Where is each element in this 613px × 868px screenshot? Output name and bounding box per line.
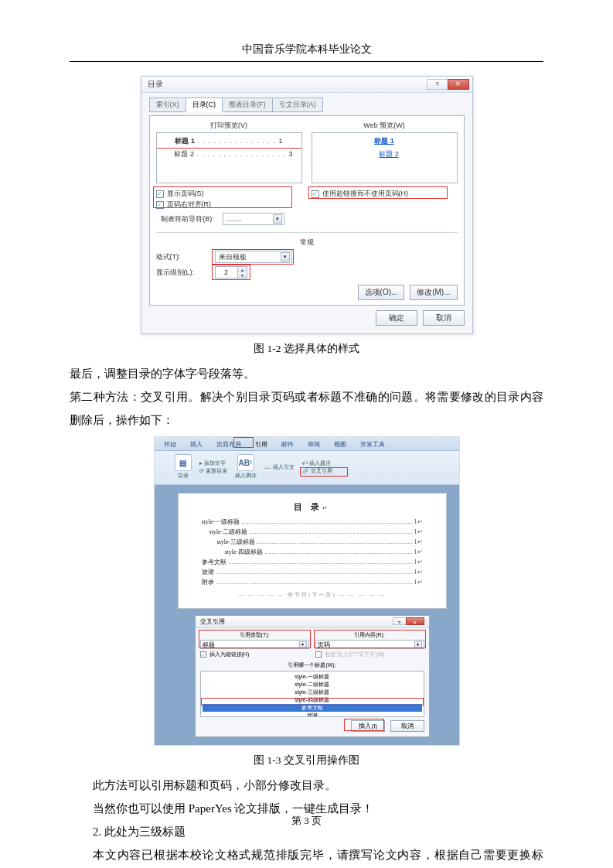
paragraph: 第二种方法：交叉引用。解决个别目录页码或者标题不准确的问题。将需要修改的目录内容… [70,385,543,432]
help-button[interactable]: ? [427,79,448,90]
ribbon-item[interactable]: 🏷 插入题注 [302,460,332,467]
ribbon-tab[interactable]: 插入 [186,439,207,450]
leader-combo[interactable]: ........ ▾ [223,213,284,225]
checkbox-hyperlink[interactable]: ✓ [312,190,319,198]
format-label: 格式(T): [156,252,210,262]
help-button[interactable]: ? [393,617,407,625]
ribbon-label: 插入脚注 [235,472,257,480]
toc-title: 目 录↵ [202,501,423,513]
toc-line: 附录1↵ [202,578,423,586]
label-insertlink: 插入为超链接(H) [209,651,250,658]
checkbox-includeabove[interactable] [315,651,322,658]
section-break: — — — — — 分节符(下一页) — — — — — [202,591,423,599]
toc-dialog: 目录 ? ✕ 索引(X) 目录(C) 图表目录(F) 引文目录(A) 打印预览(… [141,76,473,334]
ribbon-tab-references[interactable]: 引用 [250,439,272,450]
preview-h2: 标题 2 [174,150,194,158]
refcontent-label: 引用内容(R): [315,631,424,639]
dialog-titlebar: 目录 ? ✕ [141,77,472,93]
preview-h2-pg: 3 [289,150,293,158]
preview-h1: 标题 1 [175,137,195,145]
toc-icon[interactable]: ▤ [175,454,192,471]
toc-line: 致谢1↵ [202,568,423,576]
format-value: 来自模板 [219,252,247,262]
figure-1-2-caption: 图 1-2 选择具体的样式 [70,342,543,356]
close-icon[interactable]: ✕ [448,79,469,90]
ribbon-item[interactable]: 📖 插入引文 [264,463,295,471]
checkbox-rightalign[interactable]: ✓ [156,201,164,209]
toc-line: 参考文献1↵ [202,558,423,566]
cross-ref-dialog: 交叉引用 ? ✕ 引用类型(T): 标题▾ ✓插入为超链接(H) [195,615,430,737]
ribbon-tab[interactable]: 邮件 [277,439,298,450]
level-label: 显示级别(L): [156,268,210,278]
print-preview-label: 打印预览(V) [156,121,302,131]
page-header: 中国音乐学院本科毕业论文 [70,43,543,62]
web-h1-link[interactable]: 标题 1 [374,137,394,145]
reftype-combo[interactable]: 标题▾ [200,640,309,649]
level-value: 2 [216,267,237,278]
reflist-label: 引用哪一个标题(W): [200,661,424,669]
format-combo[interactable]: 来自模板 ▾ [215,251,292,263]
label-hyperlink: 使用超链接而不使用页码(H) [322,189,409,199]
leader-value: ........ [226,215,242,223]
close-icon[interactable]: ✕ [406,617,424,625]
ribbon-tab[interactable]: 页面布局 [212,439,246,450]
label-includeabove: 包括"见上方"/"见下方"(N) [325,651,385,658]
figure-1-3: 开始 插入 页面布局 引用 邮件 审阅 视图 开发工具 ▤ 目录 ▸ 添加文字 … [70,436,543,746]
list-item[interactable]: style-四级标题 [203,696,422,704]
ribbon-item[interactable]: ▸ 添加文字 [199,460,227,467]
ribbon-body: ▤ 目录 ▸ 添加文字 ⟳ 更新目录 AB¹ 插入脚注 📖 插入引文 🏷 插入题… [155,451,459,485]
tab-index[interactable]: 索引(X) [149,97,186,112]
ribbon-tab[interactable]: 开发工具 [356,439,390,450]
list-item[interactable]: 致谢 [203,712,422,717]
general-section-label: 常规 [156,238,458,248]
level-spinner[interactable]: 2 ▴▾ [215,266,247,279]
cancel-button[interactable]: 取消 [390,720,424,732]
ribbon-cross-reference[interactable]: 🔗 交叉引用 [302,467,332,475]
paragraph: 最后，调整目录的字体字号段落等。 [70,362,543,385]
preview-h1-pg: 1 [279,137,283,145]
ref-heading-list[interactable]: style-一级标题 style-二级标题 style-三级标题 style-四… [200,671,424,717]
web-preview-label: Web 预览(W) [312,121,458,131]
paragraph: 本文内容已根据本校论文格式规范排版完毕，请撰写论文内容，根据自己需要更换标题、增… [70,843,543,868]
web-h2-link[interactable]: 标题 2 [379,150,399,158]
insert-button[interactable]: 插入(I) [351,720,385,732]
tab-citations[interactable]: 引文目录(A) [272,97,323,112]
spin-down-icon[interactable]: ▾ [237,272,247,278]
list-item[interactable]: 参考文献 [203,704,422,712]
list-item[interactable]: style-二级标题 [203,681,422,689]
tab-figures[interactable]: 图表目录(F) [222,97,273,112]
list-item[interactable]: style-三级标题 [203,689,422,696]
document-canvas: 目 录↵ style-一级标题1↵style-二级标题1↵style-三级标题1… [155,485,459,745]
cancel-button[interactable]: 取消 [423,310,465,326]
paragraph: 此方法可以引用标题和页码，小部分修改目录。 [70,774,543,797]
refcontent-combo[interactable]: 页码▾ [315,640,424,649]
modify-button[interactable]: 修改(M)... [410,285,457,300]
toc-line: style-一级标题1↵ [202,518,423,526]
document-page: 目 录↵ style-一级标题1↵style-二级标题1↵style-三级标题1… [178,493,447,609]
leader-label: 制表符前导符(B): [156,214,220,224]
checkbox-insertlink[interactable]: ✓ [200,651,206,658]
page-footer: 第 3 页 [0,814,613,828]
toc-line: style-四级标题1↵ [202,548,423,556]
figure-1-2: 目录 ? ✕ 索引(X) 目录(C) 图表目录(F) 引文目录(A) 打印预览(… [70,76,543,334]
ribbon-tab[interactable]: 审阅 [303,439,325,450]
tab-toc[interactable]: 目录(C) [186,97,223,112]
ribbon-tab[interactable]: 视图 [329,439,351,450]
ribbon-item[interactable]: ⟳ 更新目录 [199,467,227,475]
list-item[interactable]: style-一级标题 [203,673,422,681]
ok-button[interactable]: 确定 [376,310,417,326]
figure-1-3-caption: 图 1-3 交叉引用操作图 [70,754,543,767]
checkbox-showpage[interactable]: ✓ [156,190,164,198]
ribbon-label: 目录 [178,472,189,480]
label-showpage: 显示页码(S) [167,189,204,199]
reftype-label: 引用类型(T): [200,631,309,639]
print-preview-box: 标题 1 . . . . . . . . . . . . . . . 1 标题 … [156,132,302,183]
web-preview-box: 标题 1 标题 2 [312,132,458,183]
spin-up-icon[interactable]: ▴ [237,267,247,272]
ribbon-tab[interactable]: 开始 [159,439,181,450]
toc-line: style-二级标题1↵ [202,528,423,536]
options-button[interactable]: 选项(O)... [358,285,405,300]
subdialog-title: 交叉引用 [200,617,225,626]
footnote-icon[interactable]: AB¹ [237,454,254,471]
chevron-down-icon: ▾ [281,252,290,261]
